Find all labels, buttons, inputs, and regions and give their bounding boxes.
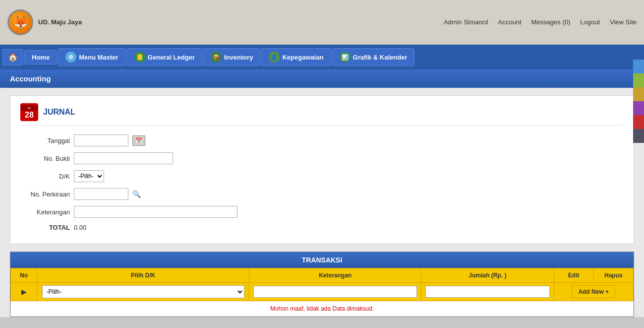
- swatch-dark[interactable]: [633, 129, 644, 143]
- col-edit: Edit: [554, 268, 593, 283]
- nav-inventory[interactable]: 📦 Inventory: [203, 48, 261, 66]
- main-content: Accounting ▪▪ 28 JURNAL Tanggal 📅 No. Bu…: [0, 69, 644, 317]
- nav-menu-master[interactable]: ⚙ Menu Master: [58, 48, 125, 66]
- col-no: No: [11, 268, 37, 283]
- logo-icon: 🦊: [7, 9, 33, 35]
- transaksi-container: TRANSAKSI No Pilih D/K Keterangan Jumlah…: [10, 252, 634, 317]
- right-sidebar: [633, 60, 644, 143]
- keterangan-cell: [249, 283, 421, 301]
- nav-home[interactable]: Home: [24, 50, 57, 65]
- amount-cell: [421, 283, 554, 301]
- total-value: 0.00: [74, 224, 86, 231]
- swatch-purple[interactable]: [633, 101, 644, 115]
- keterangan-input[interactable]: [74, 206, 237, 218]
- total-label: TOTAL: [20, 224, 70, 231]
- transaksi-input-row: ▶ -Pilih- D K Add: [11, 283, 634, 301]
- dk-row: D/K -Pilih- D K: [20, 170, 624, 182]
- messages-link[interactable]: Messages (0): [531, 18, 571, 26]
- top-nav: Admin Simancil Account Messages (0) Logo…: [444, 18, 637, 26]
- keterangan-row: Keterangan: [20, 206, 624, 218]
- inventory-icon: 📦: [211, 52, 222, 63]
- menu-master-label: Menu Master: [79, 54, 118, 61]
- col-jumlah: Jumlah (Rp. ): [421, 268, 554, 283]
- transaksi-header: TRANSAKSI: [10, 252, 634, 268]
- tanggal-input[interactable]: [74, 134, 128, 146]
- journal-form: ▪▪ 28 JURNAL Tanggal 📅 No. Bukti D/K -Pi…: [10, 95, 634, 244]
- dk-select[interactable]: -Pilih- D K: [74, 170, 104, 182]
- top-header: 🦊 UD. Maju Jaya Admin Simancil Account M…: [0, 0, 644, 45]
- inventory-label: Inventory: [224, 54, 253, 61]
- viewsite-link[interactable]: View Site: [610, 18, 637, 26]
- no-perkiraan-label: No. Perkiraan: [20, 191, 70, 198]
- col-pilih-dk: Pilih D/K: [37, 268, 249, 283]
- nav-kepegawaian[interactable]: 👤 Kepegawaian: [261, 48, 331, 66]
- nav-grafik[interactable]: 📊 Grafik & Kalender: [332, 48, 415, 66]
- pilih-dk-cell: -Pilih- D K: [37, 283, 249, 301]
- keterangan-label: Keterangan: [20, 208, 70, 216]
- swatch-green[interactable]: [633, 73, 644, 87]
- gear-icon: ⚙: [65, 52, 76, 63]
- general-ledger-label: General Ledger: [148, 54, 195, 61]
- no-data-message: Mohon maaf, tidak ada Data dimaksud.: [11, 301, 634, 317]
- swatch-tan[interactable]: [633, 87, 644, 101]
- logout-link[interactable]: Logout: [580, 18, 600, 26]
- grafik-label: Grafik & Kalender: [353, 54, 408, 61]
- admin-label: Admin Simancil: [444, 18, 488, 26]
- no-perkiraan-input[interactable]: [74, 188, 128, 200]
- col-hapus: Hapus: [593, 268, 633, 283]
- col-keterangan: Keterangan: [249, 268, 421, 283]
- company-name: UD. Maju Jaya: [38, 18, 82, 26]
- search-perkiraan-btn[interactable]: 🔍: [132, 190, 141, 198]
- no-bukti-input[interactable]: [74, 152, 173, 164]
- logo-area: 🦊 UD. Maju Jaya: [7, 9, 82, 35]
- no-bukti-row: No. Bukti: [20, 152, 624, 164]
- transaksi-table: No Pilih D/K Keterangan Jumlah (Rp. ) Ed…: [10, 268, 634, 317]
- add-new-cell: Add New +: [554, 283, 633, 301]
- no-data-row: Mohon maaf, tidak ada Data dimaksud.: [11, 301, 634, 317]
- home-icon-btn[interactable]: 🏠: [2, 49, 23, 66]
- tanggal-label: Tanggal: [20, 137, 70, 144]
- calendar-icon: ▪▪ 28: [20, 103, 38, 121]
- swatch-red[interactable]: [633, 115, 644, 129]
- arrow-cell: ▶: [11, 283, 37, 301]
- pilih-dk-row-select[interactable]: -Pilih- D K: [42, 285, 244, 298]
- journal-header: ▪▪ 28 JURNAL: [20, 103, 624, 126]
- account-link[interactable]: Account: [498, 18, 522, 26]
- section-header: Accounting: [0, 69, 644, 88]
- nav-bar: 🏠 Home ⚙ Menu Master 📒 General Ledger 📦 …: [0, 45, 644, 69]
- amount-row-input[interactable]: [425, 286, 550, 298]
- ledger-icon: 📒: [134, 52, 145, 63]
- nav-general-ledger[interactable]: 📒 General Ledger: [127, 48, 202, 66]
- calendar-picker-btn[interactable]: 📅: [132, 135, 145, 146]
- home-label: Home: [32, 54, 50, 61]
- add-new-button[interactable]: Add New +: [572, 285, 615, 298]
- section-title: Accounting: [10, 74, 51, 83]
- tanggal-row: Tanggal 📅: [20, 134, 624, 146]
- total-row: TOTAL 0.00: [20, 224, 624, 231]
- no-perkiraan-row: No. Perkiraan 🔍: [20, 188, 624, 200]
- journal-title: JURNAL: [43, 108, 75, 117]
- swatch-blue[interactable]: [633, 60, 644, 73]
- no-bukti-label: No. Bukti: [20, 155, 70, 162]
- keterangan-row-input[interactable]: [253, 286, 417, 298]
- calendar-date: 28: [25, 111, 34, 120]
- kepegawaian-label: Kepegawaian: [282, 54, 323, 61]
- grafik-icon: 📊: [340, 52, 351, 63]
- dk-label: D/K: [20, 173, 70, 180]
- kepegawaian-icon: 👤: [269, 52, 280, 63]
